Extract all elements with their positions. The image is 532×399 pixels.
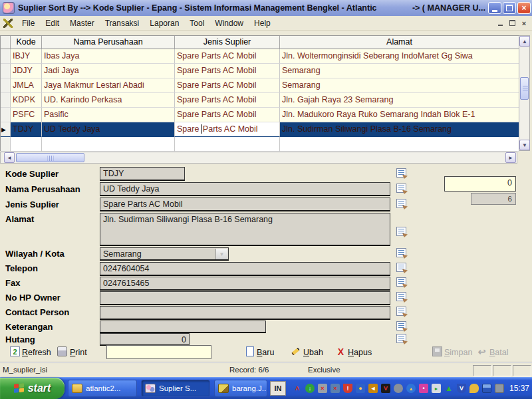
scheduler-icon[interactable]: ● bbox=[356, 384, 365, 393]
menu-edit[interactable]: Edit bbox=[40, 17, 65, 30]
taskbar-item-atlantic2[interactable]: atlantic2... bbox=[68, 380, 137, 397]
menu-help[interactable]: Help bbox=[249, 17, 276, 30]
cell-jenis[interactable]: Spare Parts AC Mobil bbox=[175, 78, 280, 93]
find-icon[interactable] bbox=[396, 168, 406, 178]
remote-desktop-icon[interactable] bbox=[482, 384, 491, 393]
header-alamat[interactable]: Alamat bbox=[280, 36, 519, 49]
table-row[interactable]: IBJY Ibas Jaya Spare Parts AC Mobil Jln.… bbox=[1, 49, 519, 64]
cell-nama[interactable]: UD Teddy Jaya bbox=[42, 122, 175, 137]
menu-transaksi[interactable]: Transaksi bbox=[100, 17, 145, 30]
menu-laporan[interactable]: Laporan bbox=[144, 17, 184, 30]
counter-field[interactable]: 0 bbox=[444, 176, 516, 192]
cell-kode[interactable]: JMLA bbox=[11, 78, 42, 93]
taskbar-clock[interactable]: 15:37 bbox=[509, 384, 529, 393]
cell-jenis[interactable] bbox=[175, 137, 280, 152]
scroll-down-button[interactable]: ▼ bbox=[519, 140, 530, 150]
device-offline-icon[interactable]: × bbox=[331, 384, 340, 393]
cell-jenis-editing[interactable]: Spare Parts AC Mobil bbox=[175, 122, 280, 137]
wilayah-kota-combobox[interactable]: Semarang ▼ bbox=[100, 247, 229, 261]
hapus-button[interactable]: Hapus bbox=[348, 348, 372, 357]
database-run-icon[interactable]: ► bbox=[432, 384, 441, 393]
table-vertical-scrollbar[interactable]: ▲ ▼ bbox=[519, 35, 530, 151]
cell-alamat[interactable]: Jln. Madukoro Raya Ruko Semarang Indah B… bbox=[280, 108, 519, 122]
antivirus-shield-icon[interactable]: V bbox=[457, 384, 466, 393]
start-button[interactable]: start bbox=[0, 378, 65, 399]
messenger-icon[interactable] bbox=[469, 384, 479, 393]
cell-kode[interactable]: KDPK bbox=[11, 93, 42, 108]
mdi-close-button[interactable]: × bbox=[519, 19, 529, 28]
row-selector[interactable] bbox=[1, 49, 11, 64]
cell-jenis[interactable]: Spare Parts AC Mobil bbox=[175, 108, 280, 122]
hutang-field[interactable]: 0 bbox=[100, 333, 190, 346]
minimize-button[interactable] bbox=[488, 2, 501, 14]
cell-kode[interactable]: PSFC bbox=[11, 108, 42, 122]
find-icon[interactable] bbox=[396, 334, 406, 343]
cell-kode[interactable]: IBJY bbox=[11, 49, 42, 64]
baru-button[interactable]: Baru bbox=[257, 348, 274, 357]
security-alert-icon[interactable]: ! bbox=[343, 384, 352, 393]
find-icon[interactable] bbox=[396, 248, 406, 257]
cell-nama[interactable]: Jadi Jaya bbox=[42, 64, 175, 78]
cell-kode[interactable] bbox=[11, 137, 42, 152]
row-selector[interactable] bbox=[1, 93, 11, 108]
cell-alamat[interactable]: Semarang bbox=[280, 78, 519, 93]
simpan-button-disabled[interactable]: Simpan bbox=[444, 348, 472, 357]
cell-jenis[interactable]: Spare Parts AC Mobil bbox=[175, 64, 280, 78]
row-selector[interactable] bbox=[1, 108, 11, 122]
download-manager-icon[interactable]: ↓ bbox=[305, 384, 315, 393]
row-selector[interactable] bbox=[1, 137, 11, 152]
nama-perusahaan-field[interactable]: UD Teddy Jaya bbox=[100, 182, 390, 196]
find-icon[interactable] bbox=[396, 263, 406, 272]
find-icon[interactable] bbox=[396, 321, 406, 331]
ubah-button[interactable]: Ubah bbox=[303, 348, 323, 357]
signal-icon[interactable]: Λ bbox=[293, 384, 302, 393]
table-horizontal-scrollbar[interactable]: ◄ ► bbox=[0, 152, 517, 164]
refresh-button[interactable]: Refresh bbox=[22, 348, 51, 357]
no-hp-owner-field[interactable] bbox=[100, 291, 390, 305]
horizontal-scroll-thumb[interactable] bbox=[16, 153, 84, 162]
fax-field[interactable]: 0247615465 bbox=[100, 277, 390, 291]
print-button[interactable]: Print bbox=[70, 348, 87, 357]
cell-alamat[interactable]: Semarang bbox=[280, 64, 519, 78]
cell-kode[interactable]: JDJY bbox=[11, 64, 42, 78]
cell-nama[interactable]: Jaya Makmur Lestari Abadi bbox=[42, 78, 175, 93]
scroll-right-button[interactable]: ► bbox=[505, 152, 516, 163]
chevron-down-icon[interactable]: ▼ bbox=[215, 249, 227, 259]
scroll-up-button[interactable]: ▲ bbox=[519, 36, 530, 47]
vertical-scroll-thumb[interactable] bbox=[520, 77, 529, 100]
find-icon[interactable] bbox=[396, 307, 406, 316]
language-indicator[interactable]: IN bbox=[270, 381, 286, 396]
kode-suplier-field[interactable]: TDJY bbox=[100, 167, 185, 181]
mdi-restore-button[interactable] bbox=[507, 19, 517, 28]
volume-icon[interactable]: ◄ bbox=[368, 384, 378, 393]
cell-nama[interactable]: UD. Karindo Perkasa bbox=[42, 93, 175, 108]
table-row[interactable]: JDJY Jadi Jaya Spare Parts AC Mobil Sema… bbox=[1, 64, 519, 78]
table-row-empty[interactable] bbox=[1, 137, 519, 152]
contact-person-field[interactable] bbox=[100, 306, 390, 320]
batal-button-disabled[interactable]: Batal bbox=[489, 348, 509, 357]
keterangan-field[interactable] bbox=[100, 321, 266, 333]
find-icon[interactable] bbox=[396, 184, 406, 193]
menu-tool[interactable]: Tool bbox=[184, 17, 209, 30]
cell-nama[interactable]: Pasific bbox=[42, 108, 175, 122]
table-row[interactable]: PSFC Pasific Spare Parts AC Mobil Jln. M… bbox=[1, 108, 519, 122]
cell-alamat[interactable]: Jln. Sudirman Siliwangi Plasa B-16 Semar… bbox=[280, 122, 519, 137]
row-selector[interactable] bbox=[1, 64, 11, 78]
header-nama-perusahaan[interactable]: Nama Perusahaan bbox=[42, 36, 175, 49]
row-selector-active[interactable]: ▶ bbox=[1, 122, 11, 137]
internet-warning-icon[interactable]: ▲ bbox=[406, 384, 416, 393]
graphics-driver-icon[interactable]: ▲ bbox=[444, 384, 454, 393]
table-row[interactable]: JMLA Jaya Makmur Lestari Abadi Spare Par… bbox=[1, 78, 519, 93]
cell-kode[interactable]: TDJY bbox=[11, 122, 42, 137]
telepon-field[interactable]: 0247604054 bbox=[100, 262, 390, 276]
media-icon[interactable]: V bbox=[381, 384, 390, 393]
find-icon[interactable] bbox=[396, 277, 406, 287]
cell-alamat[interactable]: Jln. Gajah Raya 23 Semarang bbox=[280, 93, 519, 108]
cell-nama[interactable]: Ibas Jaya bbox=[42, 49, 175, 64]
close-button[interactable]: × bbox=[517, 2, 531, 14]
cell-jenis[interactable]: Spare Parts AC Mobil bbox=[175, 93, 280, 108]
table-row[interactable]: KDPK UD. Karindo Perkasa Spare Parts AC … bbox=[1, 93, 519, 108]
scroll-left-button[interactable]: ◄ bbox=[4, 152, 15, 163]
pen-tool-icon[interactable]: • bbox=[419, 384, 428, 393]
row-selector[interactable] bbox=[1, 78, 11, 93]
